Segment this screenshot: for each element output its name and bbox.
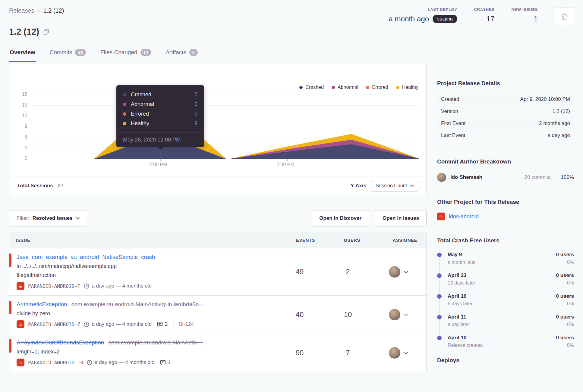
commit-author-heading: Commit Author Breakdown	[437, 158, 574, 165]
clock-icon	[87, 360, 92, 365]
timeline-percent: 0%	[556, 343, 574, 348]
tab-artifacts[interactable]: Artifacts 0	[165, 46, 198, 62]
timeline-dot-icon	[437, 253, 442, 257]
tab-commits-badge: 20	[75, 49, 86, 56]
release-tabs: Overview Commits 20 Files Changed 14 Art…	[9, 46, 574, 62]
timeline-date: May 9	[448, 252, 556, 258]
copy-version-button[interactable]	[43, 29, 49, 35]
other-project-link[interactable]: idos-android	[449, 213, 479, 220]
issue-title-link[interactable]: ArithmeticException	[17, 301, 67, 308]
tooltip-row-abnormal: Abnormal 0	[123, 99, 197, 109]
crashed-dot-icon	[123, 93, 126, 96]
x-tick-12pm: 12:00 PM	[147, 162, 167, 167]
timeline-percent: 0%	[556, 301, 574, 306]
issue-culprit[interactable]: com.example.vu.android.MainActivity in l…	[71, 301, 204, 308]
errored-dot-icon	[123, 112, 126, 116]
timeline-users: 0 users	[556, 272, 574, 278]
comments-count[interactable]: 2	[157, 321, 168, 327]
legend-healthy[interactable]: Healthy	[396, 85, 418, 90]
detail-value: 2 months ago	[539, 120, 570, 126]
commit-author-row: Ido Shemesh 20 commits 100%	[437, 173, 574, 182]
issue-age: a day ago — 4 months old	[87, 359, 154, 366]
y-tick-18: 18	[9, 92, 27, 97]
timeline-dot-icon	[437, 294, 442, 299]
header-stats: LAST DEPLOY a month ago staging CRASHES …	[389, 7, 574, 26]
tab-commits[interactable]: Commits 20	[49, 46, 87, 62]
assignee-dropdown[interactable]	[404, 352, 408, 354]
timeline-subtitle: 13 days later	[448, 280, 556, 286]
delete-release-button[interactable]	[555, 7, 574, 26]
filter-dropdown[interactable]: Filter: Resolved Issues	[9, 210, 87, 226]
tooltip-row-crashed: Crashed 7	[123, 90, 197, 99]
timeline-item: April 23 13 days later 0 users 0%	[437, 272, 574, 286]
issue-message: IllegalInstruction	[17, 272, 271, 278]
timeline-subtitle: a day later	[448, 322, 556, 327]
clock-icon	[84, 322, 89, 327]
issue-users-count: 10	[325, 310, 370, 319]
crashed-dot-icon	[299, 86, 303, 89]
tab-overview[interactable]: Overview	[9, 46, 36, 62]
tab-files-changed[interactable]: Files Changed 14	[100, 46, 152, 62]
legend-crashed-label: Crashed	[305, 85, 323, 90]
assignee-avatar[interactable]	[389, 309, 400, 320]
chevron-down-icon	[404, 271, 408, 273]
tab-artifacts-badge: 0	[189, 49, 198, 56]
legend-crashed[interactable]: Crashed	[299, 85, 323, 90]
java-project-icon: ☕	[17, 320, 24, 328]
legend-errored[interactable]: Errored	[366, 85, 388, 90]
y-tick-12: 12	[9, 113, 27, 118]
java-project-icon: ☕	[17, 282, 24, 290]
breadcrumb-releases[interactable]: Releases	[9, 7, 34, 14]
detail-row-last-event: Last Event a day ago	[437, 129, 574, 142]
chart-legend: Crashed Abnormal Errored Healthy	[299, 85, 418, 90]
unhandled-indicator	[9, 254, 11, 267]
timeline-percent: 0%	[556, 322, 574, 327]
sessions-chart[interactable]: Crashed Abnormal Errored Healthy	[9, 64, 426, 176]
assignee-dropdown[interactable]	[404, 313, 408, 316]
open-in-issues-button[interactable]: Open in Issues	[375, 210, 427, 226]
tab-overview-label: Overview	[10, 49, 35, 56]
tooltip-abnormal-value: 0	[194, 101, 197, 107]
page-title: 1.2 (12)	[9, 27, 39, 37]
author-commit-count: 20 commits	[525, 174, 551, 180]
legend-abnormal-label: Abnormal	[338, 85, 358, 90]
y-axis-selected-value: Session Count	[376, 183, 407, 188]
trash-icon	[561, 13, 568, 20]
java-project-icon: ☕	[437, 213, 445, 220]
issue-title-link[interactable]: Java_com_example_vu_android_NativeSample…	[17, 254, 155, 260]
assignee-dropdown[interactable]	[404, 271, 408, 273]
timeline-subtitle: a month later	[448, 260, 556, 265]
issue-title-link[interactable]: ArrayIndexOutOfBoundsException	[17, 339, 104, 346]
stat-last-deploy: LAST DEPLOY a month ago staging	[389, 7, 457, 23]
tooltip-abnormal-label: Abnormal	[131, 101, 194, 107]
assignee-avatar[interactable]	[389, 347, 400, 359]
tooltip-connector-line	[160, 149, 160, 159]
timeline-date: April 11	[448, 314, 556, 320]
issue-row[interactable]: Java_com_example_vu_android_NativeSample…	[9, 248, 426, 296]
open-in-discover-button[interactable]: Open in Discover	[312, 210, 369, 226]
column-events: EVENTS	[274, 238, 325, 243]
y-tick-3: 3	[9, 145, 27, 151]
environment-badge: staging	[433, 15, 457, 23]
chart-plot-area	[32, 93, 419, 159]
other-project-row: ☕ idos-android	[437, 213, 574, 220]
issue-events-count: 40	[274, 310, 325, 319]
comments-count[interactable]: 1	[160, 359, 171, 366]
abnormal-dot-icon	[123, 103, 126, 106]
chart-tooltip: Crashed 7 Abnormal 0 Errored	[116, 85, 204, 147]
issue-age: a day ago — 4 months old	[84, 321, 151, 327]
detail-value: Apr 9, 2020 10:00 PM	[520, 96, 570, 102]
project-slug: PARANOID-ANDROID-10	[28, 360, 83, 366]
issue-row[interactable]: ArithmeticException com.example.vu.andro…	[9, 296, 426, 334]
chevron-down-icon	[410, 185, 414, 187]
issue-row[interactable]: ArrayIndexOutOfBoundsException com.examp…	[9, 334, 426, 372]
y-axis-label: Y-Axis	[351, 183, 366, 189]
timeline-subtitle: 6 days later	[448, 301, 556, 306]
timeline-item: April 10 Release created 0 users 0%	[437, 335, 574, 348]
y-axis-select[interactable]: Session Count	[371, 180, 418, 192]
issue-culprit[interactable]: com.example.vu.android.MainActiv…	[108, 339, 203, 346]
assignee-avatar[interactable]	[389, 266, 400, 278]
comment-icon	[160, 360, 166, 365]
stat-crashes: CRASHES 17	[474, 7, 495, 23]
legend-abnormal[interactable]: Abnormal	[332, 85, 358, 90]
